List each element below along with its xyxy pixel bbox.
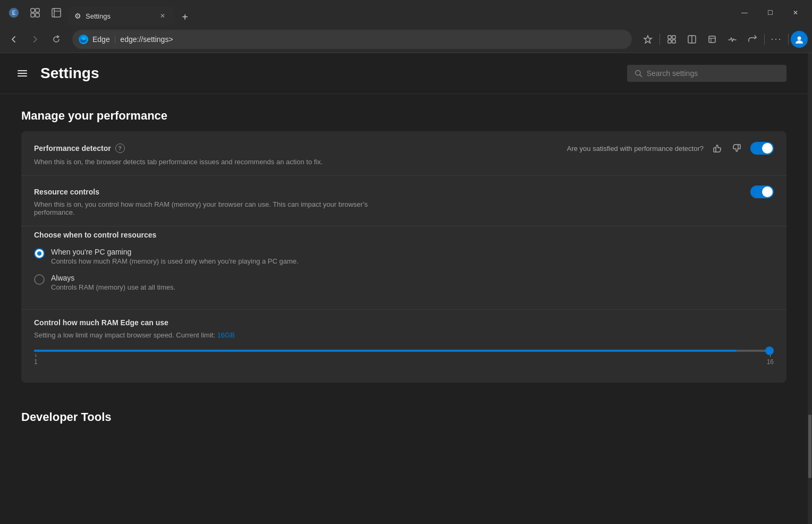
- minimize-button[interactable]: —: [732, 0, 757, 26]
- profile-icon-btn[interactable]: E: [4, 3, 23, 22]
- back-button[interactable]: [4, 30, 23, 49]
- performance-detector-desc: When this is on, the browser detects tab…: [34, 158, 406, 166]
- slider-min-label: 1: [34, 354, 38, 366]
- performance-detector-row: Performance detector ? Are you satisfied…: [21, 131, 786, 176]
- heartbeat-button[interactable]: [723, 30, 742, 49]
- maximize-button[interactable]: ☐: [758, 0, 782, 26]
- svg-rect-13: [672, 40, 675, 43]
- slider-current-limit[interactable]: 16GB: [217, 331, 235, 339]
- svg-rect-4: [31, 13, 35, 17]
- svg-point-19: [798, 36, 801, 40]
- slider-row-header: Control how much RAM Edge can use: [34, 310, 774, 331]
- radio-always-desc: Controls RAM (memory) use at all times.: [51, 283, 175, 291]
- svg-rect-16: [709, 36, 715, 43]
- radio-gaming-label: When you're PC gaming: [51, 248, 299, 256]
- vertical-tabs-btn[interactable]: [47, 3, 66, 22]
- close-button[interactable]: ✕: [783, 0, 808, 26]
- new-tab-button[interactable]: +: [176, 9, 193, 26]
- share-button[interactable]: [743, 30, 762, 49]
- page-title: Settings: [40, 65, 99, 82]
- choose-when-title: Choose when to control resources: [34, 231, 774, 239]
- workspaces-btn[interactable]: [26, 3, 45, 22]
- slider-title: Control how much RAM Edge can use: [34, 318, 168, 327]
- settings-header-left: Settings: [13, 64, 99, 83]
- search-settings-box[interactable]: [627, 65, 786, 82]
- tab-settings-label: Settings: [86, 12, 111, 20]
- slider-max-value: 16: [767, 358, 774, 366]
- more-button[interactable]: ···: [767, 30, 786, 49]
- radio-gaming-button[interactable]: [34, 248, 45, 259]
- svg-rect-6: [52, 9, 61, 17]
- extensions-button[interactable]: [662, 30, 681, 49]
- nav-divider-3: [788, 34, 789, 45]
- thumbs-up-button[interactable]: [710, 141, 725, 156]
- slider-thumb[interactable]: [765, 346, 774, 355]
- resource-controls-header: Resource controls: [34, 185, 774, 198]
- svg-text:E: E: [12, 10, 16, 16]
- feedback-icons: [710, 141, 744, 156]
- radio-gaming-text: When you're PC gaming Controls how much …: [51, 248, 299, 265]
- tab-area: ⚙ Settings ✕ +: [68, 0, 730, 26]
- window-controls: — ☐ ✕: [732, 0, 808, 26]
- performance-detector-toggle[interactable]: [750, 142, 774, 155]
- scrollbar[interactable]: [808, 53, 812, 524]
- settings-header: Settings: [0, 53, 808, 94]
- slider-min-value: 1: [34, 358, 38, 366]
- radio-section: Choose when to control resources When yo…: [21, 226, 786, 309]
- slider-labels: 1 16: [34, 354, 774, 366]
- favorites-button[interactable]: [638, 30, 657, 49]
- url-text: edge://settings>: [120, 35, 173, 44]
- radio-always-text: Always Controls RAM (memory) use at all …: [51, 274, 175, 291]
- svg-line-24: [640, 75, 642, 77]
- slider-max-label: 16: [767, 354, 774, 366]
- developer-tools-title: Developer Tools: [21, 395, 786, 433]
- slider-track: [34, 350, 774, 352]
- slider-fill: [34, 350, 737, 352]
- settings-body: Manage your performance Performance dete…: [0, 94, 808, 454]
- svg-rect-5: [36, 13, 39, 17]
- radio-always-label: Always: [51, 274, 175, 282]
- nav-divider-2: [764, 34, 765, 45]
- performance-card: Performance detector ? Are you satisfied…: [21, 131, 786, 383]
- svg-rect-11: [672, 36, 675, 39]
- scroll-thumb[interactable]: [808, 415, 811, 478]
- refresh-button[interactable]: [47, 30, 66, 49]
- profile-button[interactable]: [791, 31, 808, 48]
- search-settings-input[interactable]: [647, 69, 779, 78]
- svg-rect-2: [31, 9, 35, 12]
- radio-always-button[interactable]: [34, 274, 45, 285]
- performance-detector-help-icon[interactable]: ?: [115, 143, 125, 153]
- slider-desc-prefix: Setting a low limit may impact browser s…: [34, 331, 217, 339]
- hamburger-button[interactable]: [13, 64, 32, 83]
- slider-desc: Setting a low limit may impact browser s…: [34, 331, 774, 339]
- search-icon: [635, 69, 642, 78]
- forward-button[interactable]: [26, 30, 45, 49]
- nav-divider-1: [659, 34, 660, 45]
- browser-name: Edge: [92, 35, 110, 44]
- collections-button[interactable]: [703, 30, 722, 49]
- resource-controls-toggle[interactable]: [750, 185, 774, 198]
- svg-rect-12: [668, 40, 671, 43]
- radio-option-always: Always Controls RAM (memory) use at all …: [34, 274, 774, 291]
- developer-tools-section: Developer Tools: [21, 395, 786, 433]
- performance-section-title: Manage your performance: [21, 94, 786, 131]
- title-bar-left: E: [4, 3, 66, 22]
- svg-rect-3: [36, 9, 39, 12]
- resource-controls-row: Resource controls When this is on, you c…: [21, 176, 786, 226]
- tab-close-btn[interactable]: ✕: [157, 11, 168, 21]
- nav-bar: Edge | edge://settings>: [0, 26, 812, 53]
- radio-option-gaming: When you're PC gaming Controls how much …: [34, 248, 774, 265]
- split-screen-button[interactable]: [682, 30, 701, 49]
- resource-controls-title: Resource controls: [34, 188, 99, 196]
- radio-gaming-desc: Controls how much RAM (memory) is used o…: [51, 257, 299, 265]
- settings-tab[interactable]: ⚙ Settings ✕: [68, 6, 174, 26]
- settings-content: Settings Manage your performance Perform…: [0, 53, 808, 524]
- address-bar[interactable]: Edge | edge://settings>: [72, 30, 632, 49]
- svg-rect-10: [668, 36, 671, 39]
- feedback-text: Are you satisfied with performance detec…: [567, 145, 704, 153]
- performance-detector-title: Performance detector: [34, 144, 111, 153]
- slider-container: 1 16: [34, 345, 774, 370]
- performance-detector-header: Performance detector ? Are you satisfied…: [34, 141, 774, 156]
- thumbs-down-button[interactable]: [729, 141, 744, 156]
- performance-detector-right: Are you satisfied with performance detec…: [567, 141, 774, 156]
